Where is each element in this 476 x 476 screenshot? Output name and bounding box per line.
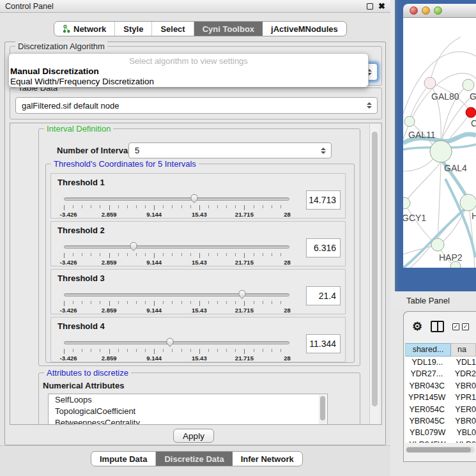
table-row[interactable]: YDL19...YDL1 (405, 357, 476, 368)
label-gal4: GAL4 (444, 163, 467, 173)
table-row[interactable]: YBR045CYBR0 (405, 415, 476, 427)
table-data-combobox[interactable]: galFiltered.sif default node (15, 97, 378, 114)
network-view-window: GAL80 GA C GAL11 GAL4 GCY1 H HAP2 (395, 0, 476, 291)
checkbox-icon[interactable]: ✓ (452, 323, 459, 330)
attributes-group-label: Attributes to discretize (44, 368, 131, 378)
label-c-clipped: C (471, 118, 476, 128)
column-header-shared[interactable]: shared... (405, 343, 451, 357)
scrollbar-thumb[interactable] (406, 447, 471, 452)
tab-style-label: Style (123, 24, 143, 34)
right-panel: GAL80 GA C GAL11 GAL4 GCY1 H HAP2 Table … (390, 0, 476, 476)
node-hap2[interactable] (431, 238, 444, 251)
node-green-top-right[interactable] (463, 79, 474, 91)
tab-network[interactable]: Network (54, 22, 115, 36)
table-header: shared... na (405, 343, 476, 357)
threshold-1-slider[interactable]: -3.426 2.859 9.144 15.43 21.715 28 (64, 193, 289, 217)
threshold-coordinates-label: Threshold's Coordinates for 5 Intervals (51, 159, 199, 169)
tab-select[interactable]: Select (152, 22, 194, 36)
node-gcy1[interactable] (403, 197, 410, 209)
threshold-1-value-field[interactable]: 14.713 (306, 190, 341, 210)
mac-close-button[interactable] (410, 6, 418, 15)
popup-option-equal-width[interactable]: Equal Width/Frequency Discretization (10, 77, 154, 86)
mac-zoom-button[interactable] (434, 6, 442, 15)
slider-thumb[interactable] (237, 289, 247, 300)
network-canvas[interactable]: GAL80 GA C GAL11 GAL4 GCY1 H HAP2 (403, 18, 476, 268)
list-item[interactable]: SelfLoops (49, 394, 327, 406)
table-row[interactable]: YPR145WYPR1 (405, 392, 476, 403)
label-h-clipped: H (472, 211, 476, 221)
float-window-icon[interactable] (367, 3, 373, 10)
slider-track[interactable] (64, 245, 289, 249)
table-row[interactable]: YBL079WYBL0 (405, 427, 476, 438)
threshold-3-label: Threshold 3 (58, 273, 105, 283)
list-item[interactable]: BetweennessCentrality (49, 417, 327, 425)
table-row[interactable]: YER054CYER0 (405, 404, 476, 415)
list-item[interactable]: TopologicalCoefficient (49, 406, 327, 417)
slider-track[interactable] (64, 197, 289, 201)
control-panel-titlebar: Control Panel ✖ (0, 0, 390, 13)
label-hap2: HAP2 (439, 252, 463, 263)
node-h[interactable] (460, 194, 476, 211)
table-row[interactable]: YDR27...YDR2 (405, 368, 476, 380)
attributes-group: Attributes to discretize Numerical Attri… (38, 372, 360, 425)
table-row[interactable]: YLR345WYLR3 (405, 439, 476, 443)
threshold-2-slider[interactable]: -3.426 2.859 9.144 15.43 21.715 28 (64, 241, 289, 265)
tab-cyni-toolbox[interactable]: Cyni Toolbox (194, 22, 263, 36)
top-tabstrip: Network Style Select Cyni Toolbox jActiv… (54, 21, 347, 36)
threshold-3-value-field[interactable]: 21.4 (306, 286, 341, 305)
tab-jactivemnodules[interactable]: jActiveMNodules (263, 22, 346, 36)
slider-track[interactable] (64, 293, 289, 296)
tab-impute-label: Impute Data (100, 454, 147, 464)
threshold-4-slider[interactable]: -3.426 2.859 9.144 15.43 21.715 28 (64, 337, 289, 361)
tab-impute-data[interactable]: Impute Data (91, 452, 156, 466)
checkbox-icon[interactable]: ✓ (462, 323, 469, 330)
tab-infer-network[interactable]: Infer Network (233, 452, 302, 466)
interval-definition-group: Interval Definition Number of Intervals … (38, 128, 360, 366)
table-toolbar: ⚙ ✓ ✓ (404, 312, 476, 341)
slider-track[interactable] (64, 341, 289, 344)
slider-thumb[interactable] (165, 337, 175, 348)
list-scrollbar[interactable] (319, 395, 326, 425)
threshold-2-label: Threshold 2 (58, 226, 105, 235)
number-of-intervals-combobox[interactable]: 5 (128, 142, 332, 158)
threshold-3-slider[interactable]: -3.426 2.859 9.144 15.43 21.715 28 (64, 289, 289, 313)
gear-icon[interactable]: ⚙ (412, 321, 422, 332)
popup-option-manual[interactable]: Manual Discretization (10, 66, 99, 76)
node-red-selected[interactable] (466, 107, 476, 118)
mac-minimize-button[interactable] (422, 6, 430, 15)
tab-infer-label: Infer Network (241, 454, 294, 464)
threshold-coordinates-group: Threshold's Coordinates for 5 Intervals … (45, 164, 355, 363)
interval-definition-label: Interval Definition (44, 124, 113, 134)
node-gal4[interactable] (430, 141, 452, 162)
algorithm-dropdown-popup: Select algorithm to view settings Manual… (8, 53, 369, 88)
scrollbar-thumb[interactable] (372, 132, 378, 406)
apply-button[interactable]: Apply (173, 429, 214, 443)
columns-icon[interactable] (431, 321, 444, 332)
table-row[interactable]: YBR043CYBR0 (405, 380, 476, 392)
bottom-tabstrip: Impute Data Discretize Data Infer Networ… (91, 451, 303, 466)
node-pink[interactable] (424, 77, 436, 89)
threshold-4-block: Threshold 4 -3.426 2.859 9.144 (50, 317, 346, 362)
tab-select-label: Select (160, 24, 185, 34)
label-gcy1: GCY1 (403, 213, 426, 223)
threshold-4-value-field[interactable]: 11.344 (306, 334, 341, 353)
column-header-name[interactable]: na (451, 343, 476, 357)
label-gal11: GAL11 (408, 130, 436, 140)
slider-thumb[interactable] (189, 193, 199, 204)
tab-discretize-data[interactable]: Discretize Data (156, 452, 232, 466)
table-horizontal-scrollbar[interactable] (406, 447, 475, 453)
node-labels: GAL80 GA C GAL11 GAL4 GCY1 H HAP2 (403, 91, 476, 263)
combo-arrows-icon (321, 148, 326, 154)
close-icon[interactable]: ✖ (378, 3, 385, 10)
node-table: shared... na YDL19...YDL1 YDR27...YDR2 Y… (405, 343, 476, 443)
node-gal11[interactable] (404, 116, 415, 127)
slider-thumb[interactable] (128, 241, 139, 252)
tab-style[interactable]: Style (115, 22, 152, 36)
combo-arrows-icon (367, 102, 372, 109)
settings-vertical-scrollbar[interactable] (369, 124, 380, 424)
threshold-2-value-field[interactable]: 6.316 (306, 238, 341, 257)
network-window-titlebar[interactable] (403, 4, 476, 18)
settings-scrollpanel: Interval Definition Number of Intervals … (10, 123, 382, 425)
threshold-1-block: Threshold 1 -3.426 2.859 9.144 (50, 173, 346, 219)
threshold-1-label: Threshold 1 (58, 178, 105, 187)
